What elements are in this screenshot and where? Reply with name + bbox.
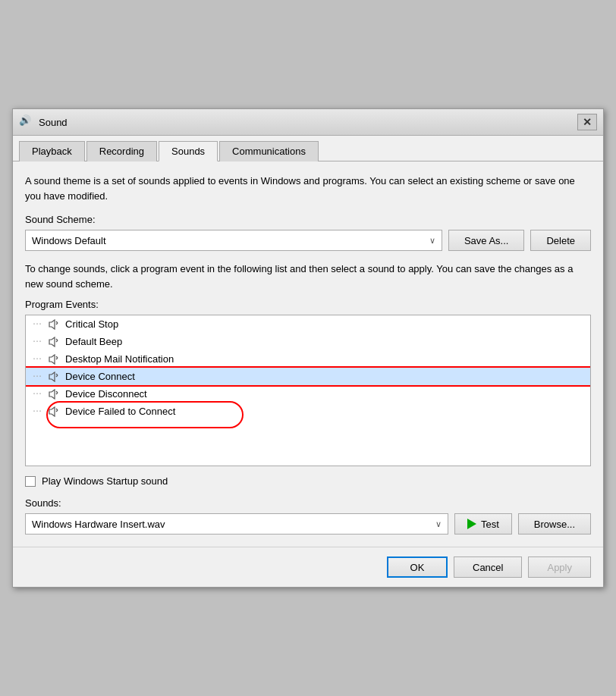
svg-line-8 xyxy=(56,358,58,359)
svg-marker-12 xyxy=(49,390,55,399)
svg-marker-9 xyxy=(49,372,55,381)
delete-button[interactable]: Delete xyxy=(530,230,591,251)
ok-button[interactable]: OK xyxy=(387,556,448,578)
sound-dropdown[interactable]: Windows Hardware Insert.wav ∨ xyxy=(25,513,448,535)
event-label: Default Beep xyxy=(65,336,122,347)
close-button[interactable]: ✕ xyxy=(577,114,597,130)
scheme-value: Windows Default xyxy=(32,235,106,246)
svg-marker-15 xyxy=(49,407,55,416)
event-default-beep[interactable]: ··· Default Beep xyxy=(26,333,590,350)
dialog-footer: OK Cancel Apply xyxy=(13,547,603,587)
svg-line-17 xyxy=(56,410,58,412)
sound-dialog: 🔊 Sound ✕ Playback Recording Sounds Comm… xyxy=(12,108,604,588)
event-label: Desktop Mail Notification xyxy=(65,353,174,365)
speaker-icon xyxy=(47,319,59,330)
scheme-row: Windows Default ∨ Save As... Delete xyxy=(25,230,591,251)
event-label: Device Connect xyxy=(65,371,135,382)
cancel-button[interactable]: Cancel xyxy=(454,556,522,578)
tree-line-icon: ··· xyxy=(32,372,41,381)
event-critical-stop[interactable]: ··· Critical Stop xyxy=(26,315,590,333)
event-label: Device Disconnect xyxy=(65,388,147,400)
sounds-label: Sounds: xyxy=(25,497,591,509)
svg-marker-0 xyxy=(49,320,55,329)
tree-line-icon: ··· xyxy=(32,337,41,346)
speaker-icon xyxy=(47,354,59,365)
play-startup-checkbox[interactable] xyxy=(25,476,36,487)
event-label: Device Failed to Connect xyxy=(65,406,175,417)
play-startup-row: Play Windows Startup sound xyxy=(25,475,591,487)
event-device-failed-to-connect[interactable]: ··· Device Failed to Connect xyxy=(26,403,590,420)
chevron-down-icon: ∨ xyxy=(435,519,442,529)
sound-window-icon: 🔊 xyxy=(19,114,34,130)
speaker-icon xyxy=(47,337,59,347)
event-device-disconnect[interactable]: ··· Device Disconnect xyxy=(26,385,590,403)
browse-button[interactable]: Browse... xyxy=(518,513,591,535)
description-text: A sound theme is a set of sounds applied… xyxy=(25,174,591,203)
event-device-connect[interactable]: ··· Device Connect xyxy=(26,368,590,385)
svg-marker-3 xyxy=(49,337,55,346)
tab-playback[interactable]: Playback xyxy=(19,141,85,161)
tab-content: A sound theme is a set of sounds applied… xyxy=(13,161,603,547)
scheme-dropdown[interactable]: Windows Default ∨ xyxy=(25,230,442,251)
play-startup-label: Play Windows Startup sound xyxy=(42,475,168,487)
tab-bar: Playback Recording Sounds Communications xyxy=(13,136,603,161)
change-description-text: To change sounds, click a program event … xyxy=(25,262,591,291)
tree-line-icon: ··· xyxy=(32,390,41,398)
chevron-down-icon: ∨ xyxy=(429,236,435,246)
svg-marker-6 xyxy=(49,355,55,364)
tree-line-icon: ··· xyxy=(32,355,41,363)
svg-line-14 xyxy=(56,393,58,394)
program-events-list[interactable]: ··· Critical Stop ··· Default xyxy=(25,315,591,466)
speaker-icon xyxy=(47,372,59,382)
title-bar: 🔊 Sound ✕ xyxy=(13,109,603,136)
event-desktop-mail-notification[interactable]: ··· Desktop Mail Notification xyxy=(26,350,590,368)
events-label: Program Events: xyxy=(25,299,591,310)
svg-line-5 xyxy=(56,340,58,342)
sounds-row: Windows Hardware Insert.wav ∨ Test Brows… xyxy=(25,513,591,535)
tree-line-icon: ··· xyxy=(32,320,41,328)
tab-sounds[interactable]: Sounds xyxy=(159,141,218,161)
svg-line-11 xyxy=(56,375,58,377)
apply-button[interactable]: Apply xyxy=(528,556,591,578)
tab-communications[interactable]: Communications xyxy=(219,141,319,161)
tab-recording[interactable]: Recording xyxy=(86,141,157,161)
test-label: Test xyxy=(481,519,499,530)
svg-line-2 xyxy=(56,323,58,324)
scheme-label: Sound Scheme: xyxy=(25,214,591,225)
test-button[interactable]: Test xyxy=(454,513,512,535)
play-icon xyxy=(467,519,476,529)
sound-value: Windows Hardware Insert.wav xyxy=(32,519,165,530)
speaker-icon xyxy=(47,389,59,400)
events-container: ··· Critical Stop ··· Default xyxy=(25,315,591,466)
event-label: Critical Stop xyxy=(65,318,118,330)
speaker-icon xyxy=(47,406,59,417)
save-as-button[interactable]: Save As... xyxy=(448,230,525,251)
window-title: Sound xyxy=(39,117,68,128)
title-bar-left: 🔊 Sound xyxy=(19,114,68,130)
tree-line-icon: ··· xyxy=(32,407,41,415)
